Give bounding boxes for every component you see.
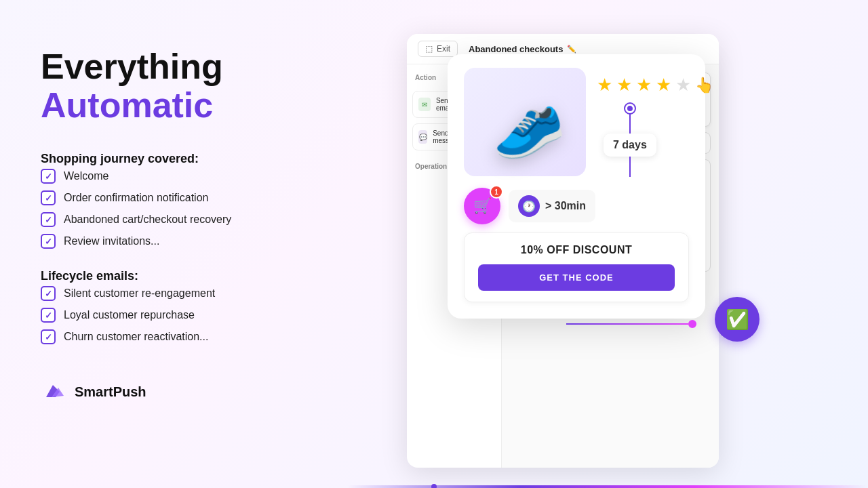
shopping-journey-section: Shopping journey covered: Welcome Order …	[41, 145, 380, 249]
workflow-title: Abandoned checkouts ✏️	[469, 44, 576, 54]
list-item: Review invitations...	[41, 234, 380, 249]
days-badge: 7 days	[604, 134, 656, 157]
check-icon	[41, 286, 56, 301]
promo-card: 👟 ★ ★ ★ ★ ★ 👆	[448, 54, 705, 319]
timeline-line-top	[629, 113, 631, 134]
cart-badge: 1	[490, 185, 503, 199]
timer-section: 🕐 > 30min	[509, 190, 595, 222]
connector-dot	[688, 320, 696, 328]
list-item: Abandoned cart/checkout recovery	[41, 212, 380, 227]
cart-button[interactable]: 🛒 1	[464, 188, 500, 224]
list-item: Churn customer reactivation...	[41, 329, 380, 344]
list-item: Loyal customer repurchase	[41, 308, 380, 323]
left-panel: Everything Automatic Shopping journey co…	[41, 27, 380, 405]
list-item: Order confirmation notification	[41, 190, 380, 205]
lifecycle-emails-heading: Lifecycle emails:	[41, 269, 380, 283]
check-icon	[41, 234, 56, 249]
clock-icon: 🕐	[518, 195, 540, 217]
title-part1: Everything	[41, 47, 223, 86]
timeline-line-bottom	[629, 157, 631, 177]
bottom-bar	[0, 485, 868, 488]
lifecycle-emails-list: Silent customer re-engagement Loyal cust…	[41, 286, 380, 344]
shoe-image: 👟	[464, 68, 586, 176]
right-panel: ⬚ Exit Abandoned checkouts ✏️ Action ✉ S…	[407, 27, 827, 461]
shopping-journey-heading: Shopping journey covered:	[41, 152, 380, 166]
checkmark-icon: ✅	[726, 308, 749, 331]
promo-top: 👟 ★ ★ ★ ★ ★ 👆	[464, 68, 689, 177]
cart-timer-section: 🛒 1 🕐 > 30min	[464, 188, 689, 224]
logo-section: SmartPush	[41, 378, 380, 405]
email-icon: ✉	[418, 98, 431, 111]
check-icon	[41, 308, 56, 323]
star-icon: ★	[656, 75, 671, 96]
timer-text: > 30min	[545, 200, 586, 212]
stars-row: ★ ★ ★ ★ ★ 👆	[597, 75, 713, 96]
discount-title: 10% OFF DISCOUNT	[478, 244, 675, 256]
completion-circle: ✅	[715, 297, 760, 342]
cursor-icon: 👆	[695, 77, 713, 94]
logo-text: SmartPush	[75, 384, 146, 400]
message-icon: 💬	[418, 130, 427, 144]
shoe-emoji: 👟	[479, 78, 570, 166]
smartpush-logo-icon	[41, 378, 68, 405]
list-item: Welcome	[41, 169, 380, 184]
promo-card-container: 👟 ★ ★ ★ ★ ★ 👆	[448, 54, 705, 328]
star-icon: ★	[616, 75, 632, 96]
lifecycle-emails-section: Lifecycle emails: Silent customer re-eng…	[41, 262, 380, 344]
star-icon-empty: ★	[675, 75, 691, 96]
title-part2: Automatic	[41, 85, 213, 125]
get-code-button[interactable]: GET THE CODE	[478, 264, 675, 291]
timeline-dot-top	[625, 104, 635, 113]
page-title: Everything Automatic	[41, 47, 380, 125]
star-icon: ★	[636, 75, 652, 96]
cart-icon: 🛒	[473, 197, 492, 215]
connector-line	[566, 323, 688, 325]
check-icon	[41, 190, 56, 205]
bottom-dot	[431, 484, 437, 488]
check-icon	[41, 169, 56, 184]
list-item: Silent customer re-engagement	[41, 286, 380, 301]
discount-section: 10% OFF DISCOUNT GET THE CODE	[464, 232, 689, 302]
star-icon: ★	[597, 75, 612, 96]
bottom-connector: ✅	[448, 320, 705, 328]
check-icon	[41, 329, 56, 344]
shopping-journey-list: Welcome Order confirmation notification …	[41, 169, 380, 249]
check-icon	[41, 212, 56, 227]
